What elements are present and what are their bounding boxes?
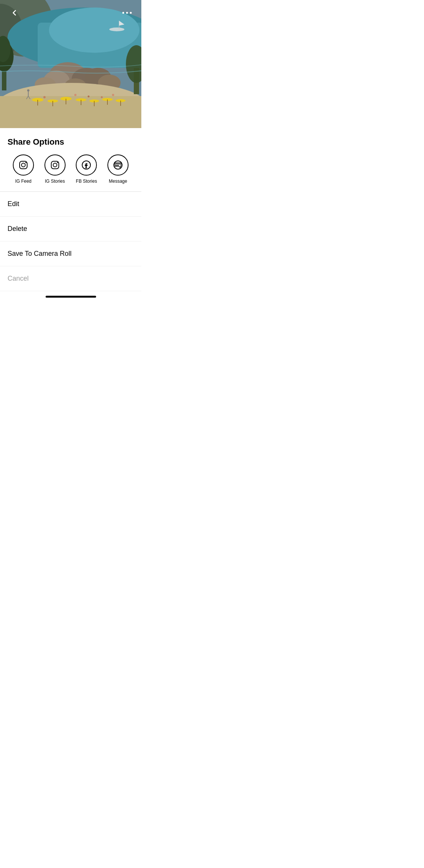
svg-point-39	[43, 96, 46, 98]
fb-stories-icon-circle	[76, 154, 97, 176]
cancel-menu-item[interactable]: Cancel	[0, 266, 141, 291]
svg-point-52	[53, 163, 57, 167]
back-button[interactable]	[8, 6, 21, 20]
ig-stories-icon-circle	[44, 154, 66, 176]
home-indicator-bar	[46, 296, 96, 298]
edit-menu-item[interactable]: Edit	[0, 192, 141, 217]
bottom-sheet: Share Options IG Feed	[0, 128, 141, 301]
svg-point-43	[112, 94, 114, 96]
share-ig-feed-button[interactable]: IG Feed	[8, 154, 39, 184]
svg-point-41	[88, 96, 90, 98]
svg-point-53	[57, 162, 58, 163]
share-message-button[interactable]: Message	[102, 154, 134, 184]
svg-point-42	[101, 96, 103, 98]
share-icons-row: IG Feed IG Stories	[8, 154, 134, 184]
svg-point-0	[122, 12, 124, 14]
message-label: Message	[109, 179, 127, 184]
save-camera-roll-menu-item[interactable]: Save To Camera Roll	[0, 241, 141, 266]
more-icon	[122, 8, 132, 17]
ig-feed-icon-circle	[13, 154, 34, 176]
fb-stories-icon	[81, 160, 91, 170]
svg-point-9	[109, 28, 124, 31]
home-indicator	[0, 291, 141, 301]
message-icon	[113, 160, 123, 170]
back-icon	[10, 8, 19, 17]
svg-point-1	[126, 12, 128, 14]
share-options-section: Share Options IG Feed	[0, 128, 141, 191]
svg-point-50	[25, 162, 26, 163]
svg-point-44	[27, 89, 29, 92]
share-ig-stories-button[interactable]: IG Stories	[39, 154, 71, 184]
more-button[interactable]	[120, 6, 134, 20]
ig-stories-icon	[50, 160, 60, 170]
svg-point-2	[130, 12, 132, 14]
ig-feed-icon	[18, 160, 28, 170]
share-fb-stories-button[interactable]: FB Stories	[71, 154, 103, 184]
ig-stories-label: IG Stories	[45, 179, 65, 184]
svg-point-40	[74, 94, 77, 96]
fb-stories-label: FB Stories	[76, 179, 97, 184]
svg-point-49	[21, 163, 25, 167]
message-icon-circle	[107, 154, 129, 176]
share-options-title: Share Options	[8, 137, 134, 147]
ig-feed-label: IG Feed	[15, 179, 31, 184]
delete-menu-item[interactable]: Delete	[0, 217, 141, 241]
